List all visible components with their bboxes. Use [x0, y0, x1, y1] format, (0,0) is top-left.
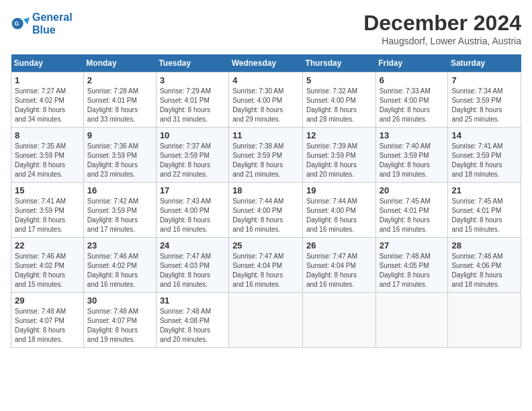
day-info: Sunrise: 7:44 AM Sunset: 4:00 PM Dayligh…: [306, 197, 372, 234]
day-number: 4: [232, 75, 299, 85]
calendar-week-row: 22 Sunrise: 7:46 AM Sunset: 4:02 PM Dayl…: [11, 238, 521, 293]
day-info: Sunrise: 7:33 AM Sunset: 4:00 PM Dayligh…: [380, 87, 445, 124]
day-number: 6: [380, 75, 445, 85]
logo: G General Blue: [11, 11, 73, 36]
day-info: Sunrise: 7:39 AM Sunset: 3:59 PM Dayligh…: [306, 142, 372, 179]
day-info: Sunrise: 7:47 AM Sunset: 4:04 PM Dayligh…: [232, 252, 299, 289]
logo-line2: Blue: [32, 24, 56, 36]
col-friday: Friday: [375, 54, 448, 73]
page-container: G General Blue December 2024 Haugsdorf, …: [11, 11, 521, 348]
calendar-cell: 15 Sunrise: 7:41 AM Sunset: 3:59 PM Dayl…: [11, 183, 84, 238]
day-info: Sunrise: 7:48 AM Sunset: 4:05 PM Dayligh…: [380, 252, 445, 289]
day-number: 23: [87, 240, 152, 250]
calendar-cell: 27 Sunrise: 7:48 AM Sunset: 4:05 PM Dayl…: [375, 238, 448, 293]
calendar-cell: 4 Sunrise: 7:30 AM Sunset: 4:00 PM Dayli…: [229, 73, 303, 128]
day-info: Sunrise: 7:28 AM Sunset: 4:01 PM Dayligh…: [87, 87, 152, 124]
calendar-cell: 29 Sunrise: 7:48 AM Sunset: 4:07 PM Dayl…: [11, 293, 84, 348]
month-title: December 2024: [363, 11, 521, 36]
day-number: 16: [87, 185, 152, 195]
col-monday: Monday: [83, 54, 156, 73]
day-info: Sunrise: 7:47 AM Sunset: 4:03 PM Dayligh…: [160, 252, 225, 289]
day-info: Sunrise: 7:38 AM Sunset: 3:59 PM Dayligh…: [232, 142, 299, 179]
day-info: Sunrise: 7:48 AM Sunset: 4:07 PM Dayligh…: [87, 307, 152, 345]
calendar-cell: 1 Sunrise: 7:27 AM Sunset: 4:02 PM Dayli…: [11, 73, 84, 128]
calendar-cell: 3 Sunrise: 7:29 AM Sunset: 4:01 PM Dayli…: [156, 73, 228, 128]
col-wednesday: Wednesday: [229, 54, 303, 73]
calendar-cell: 9 Sunrise: 7:36 AM Sunset: 3:59 PM Dayli…: [83, 128, 156, 183]
day-number: 18: [232, 185, 299, 195]
calendar-cell: 5 Sunrise: 7:32 AM Sunset: 4:00 PM Dayli…: [302, 73, 375, 128]
calendar-week-row: 1 Sunrise: 7:27 AM Sunset: 4:02 PM Dayli…: [11, 73, 521, 128]
day-info: Sunrise: 7:47 AM Sunset: 4:04 PM Dayligh…: [306, 252, 372, 289]
day-number: 14: [451, 130, 517, 140]
svg-marker-2: [24, 17, 30, 25]
day-info: Sunrise: 7:45 AM Sunset: 4:01 PM Dayligh…: [380, 197, 445, 234]
calendar-cell: [375, 293, 448, 348]
day-number: 2: [87, 75, 152, 85]
calendar-cell: 28 Sunrise: 7:48 AM Sunset: 4:06 PM Dayl…: [448, 238, 521, 293]
day-number: 5: [306, 75, 372, 85]
day-number: 17: [160, 185, 225, 195]
day-number: 28: [451, 240, 517, 250]
calendar-cell: [448, 293, 521, 348]
col-saturday: Saturday: [448, 54, 521, 73]
day-info: Sunrise: 7:43 AM Sunset: 4:00 PM Dayligh…: [160, 197, 225, 234]
col-thursday: Thursday: [302, 54, 375, 73]
col-tuesday: Tuesday: [156, 54, 228, 73]
day-number: 9: [87, 130, 152, 140]
calendar-cell: 31 Sunrise: 7:48 AM Sunset: 4:08 PM Dayl…: [156, 293, 228, 348]
calendar-cell: 12 Sunrise: 7:39 AM Sunset: 3:59 PM Dayl…: [302, 128, 375, 183]
day-number: 1: [15, 75, 80, 85]
day-info: Sunrise: 7:41 AM Sunset: 3:59 PM Dayligh…: [15, 197, 80, 234]
day-number: 31: [160, 295, 225, 306]
calendar-cell: 22 Sunrise: 7:46 AM Sunset: 4:02 PM Dayl…: [11, 238, 84, 293]
day-info: Sunrise: 7:46 AM Sunset: 4:02 PM Dayligh…: [87, 252, 152, 289]
svg-text:G: G: [14, 20, 19, 27]
day-number: 12: [306, 130, 372, 140]
calendar-cell: 7 Sunrise: 7:34 AM Sunset: 3:59 PM Dayli…: [448, 73, 521, 128]
calendar-cell: 24 Sunrise: 7:47 AM Sunset: 4:03 PM Dayl…: [156, 238, 228, 293]
calendar-cell: 13 Sunrise: 7:40 AM Sunset: 3:59 PM Dayl…: [375, 128, 448, 183]
day-number: 30: [87, 295, 152, 306]
location-title: Haugsdorf, Lower Austria, Austria: [363, 36, 521, 46]
day-number: 22: [15, 240, 80, 250]
col-sunday: Sunday: [11, 54, 84, 73]
day-number: 26: [306, 240, 372, 250]
calendar-cell: 23 Sunrise: 7:46 AM Sunset: 4:02 PM Dayl…: [83, 238, 156, 293]
day-info: Sunrise: 7:30 AM Sunset: 4:00 PM Dayligh…: [232, 87, 299, 124]
day-number: 13: [380, 130, 445, 140]
day-info: Sunrise: 7:35 AM Sunset: 3:59 PM Dayligh…: [15, 142, 80, 179]
calendar-cell: 11 Sunrise: 7:38 AM Sunset: 3:59 PM Dayl…: [229, 128, 303, 183]
day-number: 10: [160, 130, 225, 140]
day-info: Sunrise: 7:48 AM Sunset: 4:08 PM Dayligh…: [160, 307, 225, 345]
calendar-cell: [229, 293, 303, 348]
logo-text: General Blue: [32, 11, 73, 36]
calendar-cell: 19 Sunrise: 7:44 AM Sunset: 4:00 PM Dayl…: [302, 183, 375, 238]
day-number: 20: [380, 185, 445, 195]
day-number: 21: [451, 185, 517, 195]
calendar-cell: 20 Sunrise: 7:45 AM Sunset: 4:01 PM Dayl…: [375, 183, 448, 238]
day-number: 7: [451, 75, 517, 85]
day-number: 15: [15, 185, 80, 195]
day-number: 3: [160, 75, 225, 85]
day-info: Sunrise: 7:45 AM Sunset: 4:01 PM Dayligh…: [451, 197, 517, 234]
header-row: Sunday Monday Tuesday Wednesday Thursday…: [11, 54, 521, 73]
day-number: 29: [15, 295, 80, 306]
day-number: 8: [15, 130, 80, 140]
day-info: Sunrise: 7:46 AM Sunset: 4:02 PM Dayligh…: [15, 252, 80, 289]
calendar-cell: 21 Sunrise: 7:45 AM Sunset: 4:01 PM Dayl…: [448, 183, 521, 238]
calendar-cell: 2 Sunrise: 7:28 AM Sunset: 4:01 PM Dayli…: [83, 73, 156, 128]
day-number: 24: [160, 240, 225, 250]
day-info: Sunrise: 7:32 AM Sunset: 4:00 PM Dayligh…: [306, 87, 372, 124]
day-info: Sunrise: 7:36 AM Sunset: 3:59 PM Dayligh…: [87, 142, 152, 179]
day-info: Sunrise: 7:41 AM Sunset: 3:59 PM Dayligh…: [451, 142, 517, 179]
calendar-cell: 18 Sunrise: 7:44 AM Sunset: 4:00 PM Dayl…: [229, 183, 303, 238]
title-area: December 2024 Haugsdorf, Lower Austria, …: [363, 11, 521, 46]
calendar-cell: 8 Sunrise: 7:35 AM Sunset: 3:59 PM Dayli…: [11, 128, 84, 183]
calendar-cell: 10 Sunrise: 7:37 AM Sunset: 3:59 PM Dayl…: [156, 128, 228, 183]
logo-icon: G: [11, 14, 30, 33]
calendar-cell: [302, 293, 375, 348]
day-info: Sunrise: 7:27 AM Sunset: 4:02 PM Dayligh…: [15, 87, 80, 124]
day-info: Sunrise: 7:40 AM Sunset: 3:59 PM Dayligh…: [380, 142, 445, 179]
day-info: Sunrise: 7:37 AM Sunset: 3:59 PM Dayligh…: [160, 142, 225, 179]
